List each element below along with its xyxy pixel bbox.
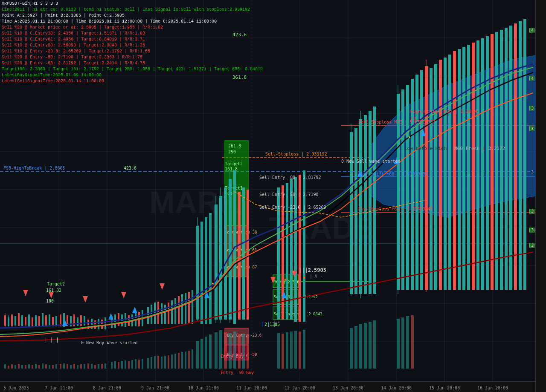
svg-rect-157	[476, 40, 479, 290]
svg-rect-141	[406, 85, 409, 290]
svg-rect-169	[8, 366, 9, 369]
svg-rect-222	[196, 341, 199, 369]
svg-rect-104	[188, 292, 190, 324]
svg-text:▼: ▼	[284, 278, 287, 282]
svg-rect-204	[131, 360, 133, 369]
svg-text:Sell Entry -50 | 2.7198: Sell Entry -50 | 2.7198	[259, 192, 318, 197]
svg-rect-167	[523, 19, 526, 290]
svg-text:Sell Entry -23.6 | 2.65269: Sell Entry -23.6 | 2.65269	[259, 205, 326, 210]
time-label-jan15: 15 Jan 20:00	[429, 386, 460, 390]
badge-3-lowbefore: 3	[529, 126, 535, 131]
svg-rect-250	[411, 315, 414, 369]
svg-rect-137	[373, 107, 376, 294]
svg-rect-160	[491, 34, 494, 290]
svg-rect-248	[401, 317, 404, 369]
svg-text:FSB-HighToBreak | 2.8605: FSB-HighToBreak | 2.8605	[3, 166, 65, 171]
svg-rect-173	[21, 365, 23, 369]
badge-3-low: 3	[529, 243, 535, 248]
svg-rect-144	[420, 70, 423, 290]
svg-rect-72	[73, 314, 75, 326]
time-label-jan7: 7 Jan 21:00	[45, 386, 73, 390]
svg-rect-230	[233, 331, 236, 369]
svg-rect-97	[164, 305, 166, 324]
time-label-jan5: 5 Jan 2025	[3, 386, 29, 390]
svg-rect-186	[67, 364, 68, 369]
svg-rect-223	[200, 339, 203, 369]
svg-rect-74	[80, 315, 82, 326]
svg-rect-105	[192, 290, 193, 324]
svg-rect-143	[415, 75, 418, 290]
svg-rect-212	[161, 357, 163, 369]
badge-3-buystop: 3	[529, 209, 535, 214]
svg-rect-231	[238, 334, 241, 369]
svg-rect-55	[15, 316, 16, 326]
svg-text:423.6: 423.6	[232, 32, 247, 37]
time-label-jan8: 8 Jan 21:00	[93, 386, 121, 390]
svg-rect-195	[98, 364, 99, 369]
svg-text:M60-Fresh | 3.2172: M60-Fresh | 3.2172	[454, 146, 505, 151]
svg-text:250: 250	[228, 150, 236, 154]
main-chart-svg: MARK TRADE 261.8 250 Target2 161.8 Targe…	[0, 0, 535, 381]
svg-rect-208	[147, 358, 149, 369]
svg-rect-101	[178, 296, 180, 324]
time-label-jan13: 13 Jan 20:00	[333, 386, 363, 390]
time-label-jan11: 11 Jan 20:00	[236, 386, 267, 390]
badge-3-sellstop: 3	[529, 106, 535, 111]
svg-rect-239	[299, 331, 301, 369]
badge-4-mid: 4	[529, 76, 535, 81]
svg-rect-136	[369, 111, 372, 294]
svg-rect-241	[350, 328, 353, 369]
svg-text:Sell Entry -88 | 2.81792: Sell Entry -88 | 2.81792	[259, 175, 321, 180]
svg-rect-247	[397, 319, 400, 369]
svg-rect-86	[125, 313, 126, 327]
svg-text:Sell Target2 | 2.0843: Sell Target2 | 2.0843	[274, 312, 322, 316]
svg-rect-100	[174, 298, 176, 324]
svg-rect-244	[364, 323, 367, 369]
svg-rect-162	[500, 30, 503, 290]
svg-rect-214	[168, 355, 169, 369]
svg-rect-249	[406, 316, 409, 369]
svg-rect-171	[15, 365, 16, 369]
time-label-jan10: 10 Jan 21:00	[188, 386, 219, 390]
svg-rect-99	[171, 300, 173, 324]
svg-rect-209	[151, 357, 152, 369]
svg-rect-161	[495, 32, 498, 290]
svg-rect-182	[52, 365, 54, 369]
svg-rect-58	[25, 317, 26, 326]
svg-rect-203	[128, 361, 130, 369]
svg-text:Entry -50 Buy: Entry -50 Buy	[221, 370, 254, 375]
svg-rect-240	[303, 330, 305, 369]
svg-rect-175	[28, 364, 30, 369]
svg-text:Low before High: Low before High	[404, 146, 447, 151]
svg-rect-151	[448, 55, 451, 290]
svg-rect-196	[101, 364, 103, 369]
svg-rect-110	[209, 213, 212, 324]
svg-rect-154	[462, 47, 465, 290]
svg-rect-213	[164, 356, 166, 369]
svg-rect-224	[205, 337, 207, 369]
svg-rect-98	[168, 303, 169, 324]
svg-rect-73	[77, 317, 78, 327]
svg-rect-62	[38, 316, 40, 326]
svg-rect-178	[38, 365, 40, 369]
svg-rect-174	[25, 365, 26, 369]
svg-rect-179	[42, 363, 44, 369]
svg-text:161.82: 161.82	[46, 288, 61, 293]
price-axis: 4 4 3 3 3 3 3 3	[535, 0, 546, 392]
svg-rect-176	[32, 365, 33, 369]
svg-rect-221	[192, 349, 193, 369]
svg-rect-125	[286, 183, 288, 320]
svg-rect-189	[77, 365, 78, 369]
svg-rect-237	[290, 331, 293, 369]
svg-rect-235	[282, 334, 284, 369]
svg-text:| | |: | | |	[44, 337, 59, 343]
svg-rect-193	[91, 364, 93, 369]
svg-text:/|.|: /|.|	[410, 116, 424, 123]
svg-rect-207	[142, 359, 143, 369]
svg-rect-194	[94, 365, 96, 369]
svg-text:361.8: 361.8	[232, 75, 247, 80]
svg-rect-185	[63, 363, 65, 369]
svg-text:0 New Sell wave started: 0 New Sell wave started	[341, 159, 400, 164]
svg-rect-108	[200, 222, 203, 324]
svg-rect-198	[111, 362, 113, 369]
